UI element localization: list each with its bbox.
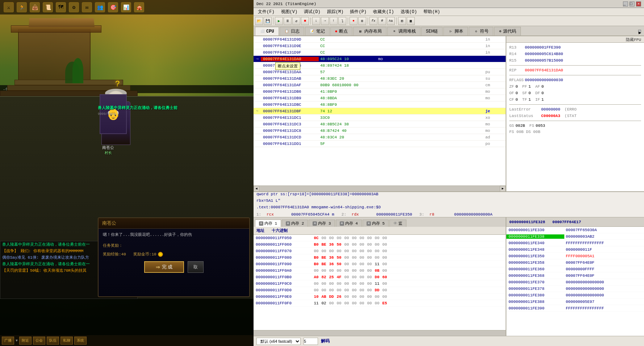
- stack-row[interactable]: 0000000011FE358 00007FF64E0F: [506, 259, 644, 266]
- tb-fx[interactable]: fx: [369, 17, 377, 25]
- tb-step-into[interactable]: ↓: [312, 17, 320, 25]
- mem-row[interactable]: 0000000011FF0E0 10ABDD26000000000000: [254, 293, 506, 300]
- disasm-row[interactable]: 00007FF64E131DAB 48:83EC 20 su: [254, 75, 506, 82]
- tb-extra2[interactable]: ▦: [407, 17, 415, 25]
- mem-row[interactable]: 0000000011FF090 B0BE3650000000001100: [254, 261, 506, 267]
- menu-help[interactable]: 帮助(H): [421, 8, 443, 16]
- menu-debug[interactable]: 调试(D): [301, 8, 323, 16]
- menu-file[interactable]: 文件(F): [255, 8, 277, 16]
- game-icon-11[interactable]: 🎪: [134, 2, 144, 12]
- game-icon-5[interactable]: 🗺: [56, 2, 66, 12]
- stack-row[interactable]: 0000000011FE368 00007FF64E0F: [506, 272, 644, 279]
- stack-row[interactable]: 0000000011FE340 FFFFFFFFFFFFFFFF: [506, 240, 644, 246]
- game-icon-2[interactable]: 🏃: [17, 2, 27, 12]
- tb-run-to-cursor[interactable]: ⤵: [338, 17, 346, 25]
- complete-button[interactable]: ⇒ 完 成: [144, 261, 184, 273]
- tab-notes[interactable]: 📝 笔记: [305, 27, 330, 36]
- reg-r13-value[interactable]: 000000001FFE390: [525, 45, 561, 50]
- disasm-row-je[interactable]: ~ 00007FF64E131DBF 74 12 je: [254, 108, 506, 114]
- mem-tab-1[interactable]: M 内存 1: [255, 220, 281, 227]
- stack-row[interactable]: 0000000011FE360 00000000FFFF: [506, 266, 644, 272]
- tab-memory-layout[interactable]: ▤ 内存布局: [353, 27, 386, 36]
- game-icon-3[interactable]: 👜: [30, 2, 40, 12]
- disasm-row-rip[interactable]: → 00007FF64E131DA0 48:895C24 10 mo: [254, 56, 506, 62]
- mem-row[interactable]: 0000000011FF0D0 0000000000000000DD00: [254, 287, 506, 293]
- disasm-row[interactable]: 00007FF64E131DC1 33C0 xo: [254, 114, 506, 121]
- reg-rip-value[interactable]: 00007FF64E131DA0: [525, 68, 563, 72]
- tb-step-over[interactable]: →: [321, 17, 329, 25]
- mem-row[interactable]: 0000000011FF0A0 00000000000000000B00: [254, 267, 506, 274]
- tb-hash[interactable]: #: [378, 17, 386, 25]
- tb-save[interactable]: 💾: [264, 17, 272, 25]
- disasm-row[interactable]: 00007FF64E131DD1 5F po: [254, 141, 506, 147]
- tb-restart[interactable]: ↺: [292, 17, 300, 25]
- scroll-track[interactable]: [260, 187, 499, 190]
- mem-tab-3[interactable]: M 内存 3: [309, 220, 335, 227]
- mem-row[interactable]: 0000000011FF070 00000000000000000000: [254, 248, 506, 254]
- maximize-btn[interactable]: □: [630, 1, 635, 7]
- mem-horiz-scroll[interactable]: [254, 330, 506, 336]
- disasm-row[interactable]: 00007FF64E131D9D CC in: [254, 36, 506, 43]
- game-icon-9[interactable]: 🎯: [108, 2, 118, 12]
- close-btn[interactable]: ×: [636, 1, 641, 7]
- tb-aa[interactable]: Aa: [387, 17, 395, 25]
- game-icon-4[interactable]: 📜: [43, 2, 53, 12]
- mem-row[interactable]: 0000000011FF080 B0BE3650000000000000: [254, 254, 506, 261]
- stack-row[interactable]: 0000000011FE388 000000005E97: [506, 299, 644, 305]
- nav-guild[interactable]: 公会: [33, 337, 45, 345]
- mem-tab-2[interactable]: M 内存 2: [282, 220, 308, 227]
- menu-view[interactable]: 视图(V): [278, 8, 301, 16]
- tab-script[interactable]: ▷ 脚本: [443, 27, 468, 36]
- menu-trace[interactable]: 跟踪(M): [324, 8, 347, 16]
- game-icon-8[interactable]: 👥: [95, 2, 105, 12]
- mem-row[interactable]: 0000000011FF0F0 110200000000000000E5: [254, 300, 506, 307]
- nav-broadcast[interactable]: 广播: [2, 337, 14, 345]
- stack-row[interactable]: 0000000011FE348 0000000011F: [506, 246, 644, 253]
- disasm-row[interactable]: 00007FF64E131DBC 48:8BF9: [254, 101, 506, 108]
- menu-favorites[interactable]: 收藏夹(I): [370, 8, 397, 16]
- mem-row[interactable]: 0000000011FF0B0 A082254F00000000D060: [254, 274, 506, 280]
- game-icon-10[interactable]: 📊: [121, 2, 131, 12]
- arg-count-input[interactable]: [304, 338, 318, 345]
- nav-team[interactable]: 队伍: [47, 337, 59, 345]
- tb-stop[interactable]: ■: [301, 17, 309, 25]
- reg-r15-value[interactable]: 0000000057B15000: [525, 58, 563, 63]
- tab-cpu[interactable]: ⬜ CPU: [255, 27, 279, 36]
- stack-row[interactable]: 0000000011FE390 FFFFFFFFFFFFFFFF: [506, 305, 644, 312]
- tb-run[interactable]: ▶: [275, 17, 283, 25]
- tab-callstack[interactable]: ≡ 调用堆栈: [387, 27, 421, 36]
- mem-tab-watch[interactable]: 👁 监: [389, 220, 406, 227]
- tb-step-out[interactable]: ↑: [330, 17, 338, 25]
- nav-nearby[interactable]: 附近: [19, 337, 32, 345]
- disasm-row[interactable]: 00007FF64E131D9E CC in: [254, 43, 506, 49]
- mem-tab-4[interactable]: M 内存 4: [336, 220, 362, 227]
- game-icon-6[interactable]: ⚙: [69, 2, 79, 12]
- reg-r14-value[interactable]: 000000005C614B80: [525, 52, 563, 56]
- stack-row[interactable]: 0000000011FE350 FFFF000005A1: [506, 253, 644, 259]
- tb-open[interactable]: 📂: [255, 17, 263, 25]
- minimize-btn[interactable]: _: [623, 1, 628, 7]
- mem-row[interactable]: 0000000011FF0C0 00000000000000001100: [254, 280, 506, 287]
- stack-row[interactable]: 0000000011FE370 0000000000000000: [506, 279, 644, 285]
- disasm-row[interactable]: 00007FF64E131DB6 41:8BF0 mo: [254, 88, 506, 95]
- tb-breakpoint[interactable]: ●: [350, 17, 357, 25]
- nav-private[interactable]: 私聊: [60, 337, 73, 345]
- tab-seh[interactable]: SEH链: [421, 27, 443, 36]
- mem-row[interactable]: 0000000011FF060 B0BE3650000000000000: [254, 241, 506, 248]
- menu-options[interactable]: 选项(O): [398, 8, 420, 16]
- game-icon-1[interactable]: ⚔: [4, 2, 14, 12]
- stack-row[interactable]: 0000000011FE330 00007FF65030A: [506, 227, 644, 233]
- stack-row[interactable]: 0000000011FE378 0000000000000000: [506, 285, 644, 292]
- tb-pause[interactable]: ⏸: [284, 17, 292, 25]
- game-icon-7[interactable]: ✉: [82, 2, 92, 12]
- nav-system[interactable]: 系统: [74, 337, 87, 345]
- tab-source[interactable]: ⋄ 源代码: [494, 27, 520, 36]
- disasm-row[interactable]: 00007FF64E131DCD 48:83C4 20 ad: [254, 134, 506, 141]
- tab-symbols[interactable]: ◇ 符号: [469, 27, 493, 36]
- menu-plugin[interactable]: 插件(P): [347, 8, 369, 16]
- tab-scroll-right[interactable]: ▶: [638, 30, 641, 33]
- cancel-button[interactable]: 取: [188, 261, 204, 273]
- disasm-row[interactable]: 00007FF64E131DAF 80B9 68010000 00 cm: [254, 82, 506, 88]
- disasm-row[interactable]: 00007FF64E131DB9 48:8BDA mo: [254, 95, 506, 101]
- mem-row[interactable]: 0000000011FF050 0C000000000000000000: [254, 235, 506, 241]
